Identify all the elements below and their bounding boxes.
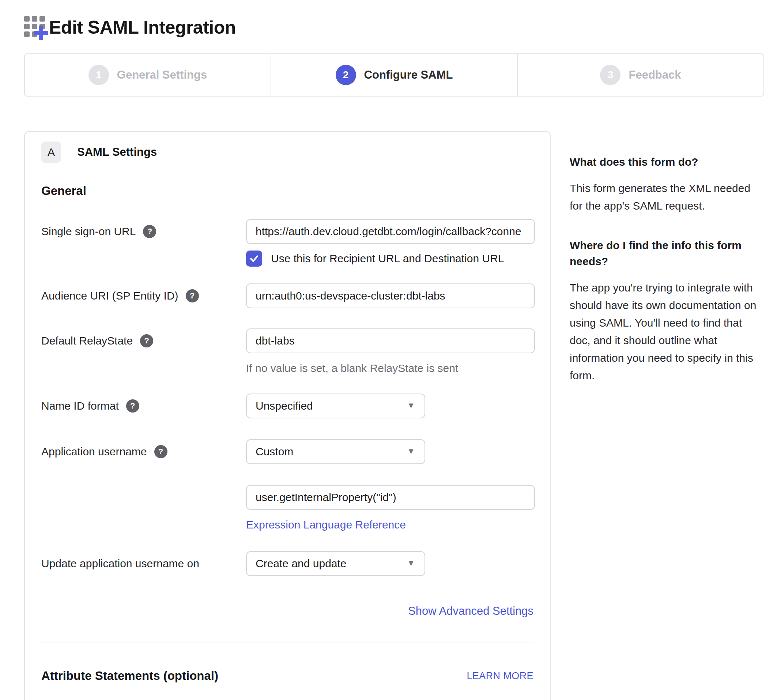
chevron-down-icon [407,401,415,410]
custom-expression-input[interactable] [246,485,535,510]
update-username-select[interactable]: Create and update [246,551,425,576]
sidebar-heading: What does this form do? [570,154,763,170]
help-icon[interactable] [154,445,167,458]
app-username-label: Application username [41,439,246,464]
page-header: Edit SAML Integration [24,16,764,39]
sso-recipient-row: Use this for Recipient URL and Destinati… [246,250,533,267]
section-title: SAML Settings [77,145,157,159]
wizard-step-configure-saml[interactable]: 2 Configure SAML [271,54,517,96]
relaystate-hint: If no value is set, a blank RelayState i… [246,362,535,375]
update-username-label: Update application username on [41,551,246,576]
step-number-badge: 3 [600,65,621,85]
sidebar-body: The app you're trying to integrate with … [570,279,763,384]
page-title: Edit SAML Integration [49,17,236,38]
step-label: Configure SAML [364,68,453,82]
saml-settings-card: A SAML Settings General Single sign-on U… [24,131,551,700]
learn-more-link[interactable]: LEARN MORE [466,670,533,682]
relaystate-input[interactable] [246,328,535,353]
general-heading: General [41,184,533,198]
field-row-relaystate: Default RelayState If no value is set, a… [41,328,533,375]
wizard-steps: 1 General Settings 2 Configure SAML 3 Fe… [24,53,764,97]
sidebar-heading: Where do I find the info this form needs… [570,237,763,270]
nameid-label: Name ID format [41,393,246,418]
help-icon[interactable] [126,399,139,413]
audience-label: Audience URI (SP Entity ID) [41,283,246,308]
recipient-url-checkbox[interactable] [246,250,262,267]
sso-url-input[interactable] [246,219,535,244]
app-grid-plus-icon [24,16,47,39]
wizard-step-general-settings[interactable]: 1 General Settings [25,54,271,96]
help-icon[interactable] [186,289,199,302]
expression-language-reference-link[interactable]: Expression Language Reference [246,518,406,531]
section-divider [41,643,533,643]
show-advanced-settings-link[interactable]: Show Advanced Settings [408,605,533,617]
nameid-format-select[interactable]: Unspecified [246,393,425,418]
step-label: Feedback [628,68,681,82]
step-label: General Settings [117,68,207,82]
app-username-select[interactable]: Custom [246,439,425,464]
chevron-down-icon [407,558,415,568]
help-icon[interactable] [140,334,153,347]
section-badge: A [41,142,61,163]
sidebar-section-what: What does this form do? This form genera… [570,154,763,215]
recipient-url-checkbox-label[interactable]: Use this for Recipient URL and Destinati… [271,252,504,265]
sidebar-body: This form generates the XML needed for t… [570,180,763,215]
sso-label: Single sign-on URL [41,219,246,244]
help-sidebar: What does this form do? This form genera… [570,154,763,384]
checkmark-icon [249,253,259,264]
field-row-audience: Audience URI (SP Entity ID) [41,283,533,308]
field-row-sso: Single sign-on URL [41,219,533,244]
edit-saml-integration-page: Edit SAML Integration 1 General Settings… [0,0,781,700]
plus-icon [33,26,48,40]
relaystate-label: Default RelayState [41,328,246,353]
step-number-badge: 2 [336,65,356,85]
chevron-down-icon [407,447,415,456]
step-number-badge: 1 [88,65,109,85]
help-icon[interactable] [143,225,156,238]
audience-uri-input[interactable] [246,283,535,308]
field-row-update-username: Update application username on Create an… [41,551,533,576]
field-row-app-username: Application username Custom [41,439,533,464]
sidebar-section-where: Where do I find the info this form needs… [570,237,763,384]
wizard-step-feedback[interactable]: 3 Feedback [517,54,763,96]
attribute-statements-heading: Attribute Statements (optional) [41,669,218,683]
field-row-nameid: Name ID format Unspecified [41,393,533,418]
